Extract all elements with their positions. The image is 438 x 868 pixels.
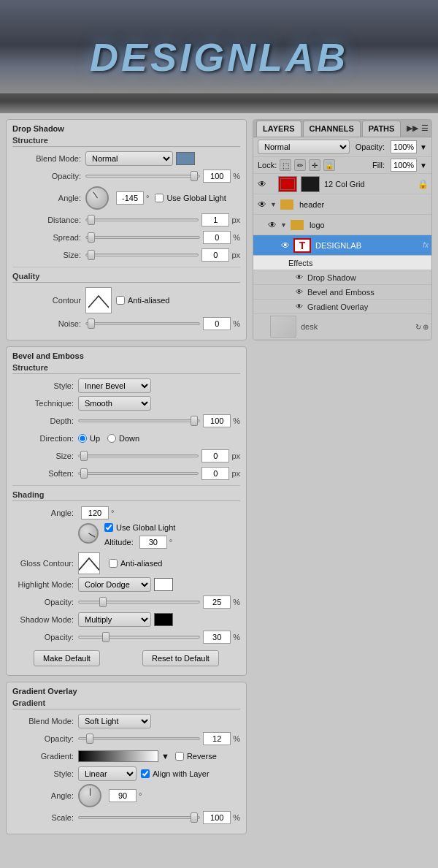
layer-header[interactable]: 👁 ▼ header bbox=[253, 194, 431, 215]
altitude-input[interactable] bbox=[139, 536, 167, 549]
size-input[interactable] bbox=[201, 248, 229, 262]
global-light-row: Use Global Light bbox=[155, 194, 226, 202]
highlight-mode-select[interactable]: Color Dodge bbox=[78, 577, 151, 592]
size-thumb bbox=[88, 250, 95, 260]
direction-down-radio[interactable] bbox=[107, 434, 116, 443]
soften-thumb bbox=[80, 468, 88, 479]
go-blend-mode-label: Blend Mode: bbox=[12, 717, 78, 726]
be-size-input[interactable] bbox=[201, 449, 229, 462]
direction-label: Direction: bbox=[12, 434, 78, 443]
technique-select[interactable]: Smooth bbox=[78, 396, 151, 411]
style-select[interactable]: Inner Bevel bbox=[78, 378, 151, 393]
layer-opacity-input[interactable] bbox=[391, 140, 417, 153]
shadow-opacity-input[interactable] bbox=[203, 631, 231, 644]
contour-preview[interactable] bbox=[85, 287, 112, 313]
effect-eye-gradient-overlay[interactable]: 👁 bbox=[294, 302, 304, 312]
noise-input[interactable] bbox=[203, 317, 231, 330]
layer-designlab[interactable]: 👁 T DESIGNLAB fx bbox=[253, 235, 431, 256]
align-layer-checkbox[interactable] bbox=[141, 769, 150, 778]
go-opacity-input[interactable] bbox=[203, 732, 231, 745]
depth-slider[interactable] bbox=[78, 416, 200, 426]
go-scale-input[interactable] bbox=[203, 811, 231, 824]
be-anti-aliased-checkbox[interactable] bbox=[109, 559, 118, 568]
tab-paths[interactable]: PATHS bbox=[362, 121, 402, 137]
fill-arrow[interactable]: ▼ bbox=[420, 161, 427, 170]
desk-refresh-icon[interactable]: ↻ bbox=[415, 323, 421, 331]
reverse-checkbox[interactable] bbox=[175, 752, 184, 761]
effect-eye-drop-shadow[interactable]: 👁 bbox=[294, 273, 304, 283]
spread-slider[interactable] bbox=[85, 232, 200, 243]
reset-button[interactable]: Reset to Default bbox=[142, 650, 219, 666]
go-style-select[interactable]: Linear bbox=[78, 766, 137, 781]
highlight-color-swatch[interactable] bbox=[154, 578, 173, 591]
be-angle-label: Angle: bbox=[12, 509, 78, 517]
gloss-contour-preview[interactable] bbox=[78, 552, 100, 574]
go-scale-slider[interactable] bbox=[78, 812, 200, 823]
layer-desk[interactable]: desk ↻ ⊕ bbox=[253, 314, 431, 340]
anti-aliased-checkbox[interactable] bbox=[116, 296, 125, 305]
tab-arrows[interactable]: ▶▶ bbox=[407, 123, 418, 133]
distance-slider[interactable] bbox=[85, 215, 199, 225]
gradient-arrow[interactable]: ▼ bbox=[161, 752, 169, 761]
effect-drop-shadow[interactable]: 👁 Drop Shadow bbox=[253, 270, 431, 285]
distance-input[interactable] bbox=[201, 213, 229, 226]
shadow-mode-select[interactable]: Multiply bbox=[78, 612, 151, 627]
go-angle-dial[interactable] bbox=[78, 784, 101, 807]
layer-blend-select[interactable]: Normal bbox=[258, 140, 350, 154]
desk-extra-icon[interactable]: ⊕ bbox=[423, 323, 429, 331]
layer-eye-logo[interactable]: 👁 bbox=[266, 219, 278, 231]
effect-eye-bevel-emboss[interactable]: 👁 bbox=[294, 287, 304, 297]
go-opacity-slider[interactable] bbox=[78, 734, 200, 744]
be-angle-input[interactable] bbox=[81, 506, 109, 519]
spread-input[interactable] bbox=[203, 231, 231, 244]
align-layer-label: Align with Layer bbox=[153, 769, 210, 778]
align-layer-row: Align with Layer bbox=[141, 769, 210, 778]
angle-dial[interactable] bbox=[85, 186, 109, 210]
noise-slider[interactable] bbox=[85, 319, 200, 329]
lock-position-btn[interactable]: ✛ bbox=[309, 159, 320, 171]
layer-eye-12col[interactable]: 👁 bbox=[256, 178, 268, 190]
layer-logo[interactable]: 👁 ▼ logo bbox=[253, 215, 431, 235]
opacity-arrow[interactable]: ▼ bbox=[420, 143, 427, 151]
opacity-slider[interactable] bbox=[85, 171, 200, 181]
global-light-checkbox[interactable] bbox=[155, 194, 164, 202]
go-angle-input[interactable] bbox=[109, 789, 137, 802]
effect-gradient-overlay[interactable]: 👁 Gradient Overlay bbox=[253, 300, 431, 314]
opacity-input[interactable] bbox=[203, 170, 231, 183]
size-slider[interactable] bbox=[85, 250, 199, 260]
tab-layers[interactable]: LAYERS bbox=[256, 121, 301, 137]
layer-12-col-grid[interactable]: 👁 12 Col Grid 🔒 bbox=[253, 174, 431, 194]
shadow-opacity-slider[interactable] bbox=[78, 632, 200, 642]
fill-input[interactable] bbox=[391, 159, 417, 172]
direction-up-radio[interactable] bbox=[78, 434, 87, 443]
highlight-opacity-input[interactable] bbox=[203, 595, 231, 609]
be-size-slider[interactable] bbox=[78, 451, 199, 461]
soften-input[interactable] bbox=[201, 467, 229, 480]
direction-up-label: Up bbox=[90, 434, 100, 443]
soften-slider[interactable] bbox=[78, 468, 199, 479]
lock-transparent-btn[interactable]: ⬚ bbox=[280, 159, 291, 171]
make-default-button[interactable]: Make Default bbox=[34, 650, 100, 666]
lock-pixels-btn[interactable]: ✏ bbox=[294, 159, 306, 171]
angle-input[interactable] bbox=[116, 191, 144, 205]
be-angle-dial[interactable] bbox=[78, 523, 99, 544]
arrow-header[interactable]: ▼ bbox=[270, 201, 277, 208]
arrow-logo[interactable]: ▼ bbox=[280, 221, 287, 229]
layer-eye-designlab[interactable]: 👁 bbox=[280, 240, 291, 251]
depth-input[interactable] bbox=[203, 414, 231, 427]
be-dial-row: Use Global Light Altitude: ° bbox=[12, 523, 240, 549]
go-blend-mode-select[interactable]: Soft Light bbox=[78, 714, 151, 728]
tab-channels[interactable]: CHANNELS bbox=[303, 121, 361, 137]
gradient-bar[interactable] bbox=[78, 750, 158, 762]
be-global-light-checkbox[interactable] bbox=[104, 523, 113, 532]
effect-bevel-emboss[interactable]: 👁 Bevel and Emboss bbox=[253, 285, 431, 300]
lock-all-btn[interactable]: 🔒 bbox=[323, 159, 335, 171]
shadow-color-swatch-be[interactable] bbox=[154, 613, 173, 626]
highlight-opacity-slider[interactable] bbox=[78, 597, 200, 607]
shadow-color-swatch[interactable] bbox=[176, 152, 195, 165]
highlight-mode-label: Highlight Mode: bbox=[12, 580, 78, 589]
layer-eye-header[interactable]: 👁 bbox=[256, 199, 268, 210]
tab-menu[interactable]: ☰ bbox=[421, 123, 429, 133]
blend-mode-select[interactable]: Normal bbox=[85, 151, 173, 166]
layer-eye-desk[interactable] bbox=[256, 321, 268, 332]
